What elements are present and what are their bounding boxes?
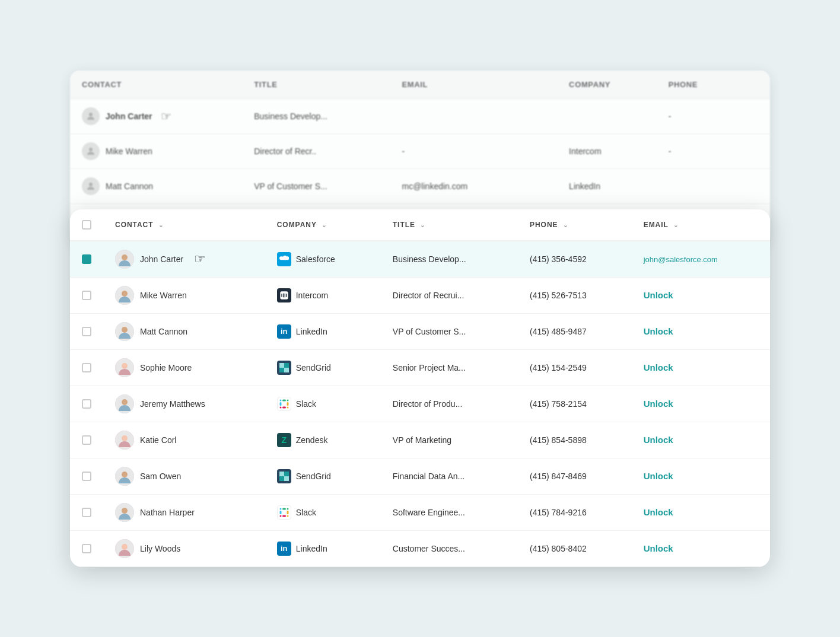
unlock-button[interactable]: Unlock [644,543,673,553]
bg-col-title: TITLE [242,71,390,99]
phone-cell: (415) 847-8469 [518,458,632,494]
table-row[interactable]: Jeremy Matthews Slack [70,386,770,422]
row-checkbox[interactable] [82,363,91,372]
title-sort-icon[interactable]: ⌄ [420,222,425,228]
svg-rect-45 [287,511,288,514]
unlock-button[interactable]: Unlock [644,290,673,300]
row-checkbox[interactable] [82,254,91,264]
company-cell: SendGrid [265,349,381,386]
title-value: VP of Customer S... [393,327,466,336]
avatar [115,503,134,522]
unlock-button[interactable]: Unlock [644,435,673,445]
phone-value: (415) 154-2549 [530,363,587,372]
unlock-button[interactable]: Unlock [644,399,673,409]
row-checkbox-cell [70,349,103,386]
select-all-col [70,209,103,241]
row-checkbox[interactable] [82,472,91,481]
contact-cell: Sophie Moore [103,349,265,386]
table-row[interactable]: Lily Woods in LinkedIn Customer Succes..… [70,530,770,566]
contact-cell: Katie Corl [103,422,265,458]
company-sort-icon[interactable]: ⌄ [322,222,327,228]
svg-rect-24 [279,399,281,401]
table-row[interactable]: Matt Cannon in LinkedIn VP of Customer S… [70,313,770,349]
contact-cell: Lily Woods [103,530,265,566]
table-row[interactable]: Nathan Harper Slack [70,494,770,530]
phone-cell: (415) 758-2154 [518,386,632,422]
table-row[interactable]: Katie Corl Z Zendesk VP of Marketing (41… [70,422,770,458]
phone-value: (415) 847-8469 [530,472,587,481]
foreground-table-container: CONTACT ⌄ COMPANY ⌄ TITLE ⌄ PHONE ⌄ EMAI… [70,209,770,567]
phone-cell: (415) 154-2549 [518,349,632,386]
slack-logo [277,397,291,411]
row-checkbox[interactable] [82,508,91,517]
intercom-logo [277,288,291,302]
col-title: TITLE ⌄ [381,209,518,241]
title-value: Director of Recrui... [393,291,464,300]
bg-col-email: EMAIL [390,71,558,99]
svg-point-16 [122,363,128,369]
svg-rect-19 [279,368,284,372]
company-name: Salesforce [296,254,335,264]
bg-avatar [82,142,100,160]
contact-cell: Nathan Harper [103,494,265,530]
company-cell: Z Zendesk [265,422,381,458]
col-email: EMAIL ⌄ [632,209,770,241]
row-checkbox-cell [70,313,103,349]
svg-rect-30 [279,406,281,408]
title-cell: Business Develop... [381,241,518,278]
company-name: Slack [296,508,316,517]
cursor-icon: ☞ [194,251,206,267]
row-checkbox-cell [70,386,103,422]
svg-rect-25 [282,399,286,401]
svg-point-7 [122,291,128,297]
bg-col-contact: CONTACT [70,71,242,99]
svg-rect-36 [284,472,289,476]
bg-phone-cell: - [657,98,770,133]
contact-name: Katie Corl [140,435,176,445]
phone-cell: (415) 805-8402 [518,530,632,566]
email-cell: Unlock [632,277,770,313]
svg-rect-27 [287,402,288,406]
col-phone: PHONE ⌄ [518,209,632,241]
row-checkbox[interactable] [82,399,91,409]
email-sort-icon[interactable]: ⌄ [673,222,679,228]
email-value[interactable]: john@salesforce.com [644,255,718,264]
avatar [115,250,134,269]
avatar [115,394,134,413]
contact-cell: Sam Owen [103,458,265,494]
contact-sort-icon[interactable]: ⌄ [158,222,164,228]
bg-avatar [82,177,100,195]
avatar [115,539,134,558]
unlock-button[interactable]: Unlock [644,507,673,517]
bg-phone-cell: - [657,133,770,168]
table-row[interactable]: Sam Owen SendGrid Financial Data An... (… [70,458,770,494]
svg-rect-37 [279,476,284,481]
unlock-button[interactable]: Unlock [644,471,673,481]
title-value: Software Enginee... [393,508,465,517]
svg-rect-46 [287,515,288,517]
unlock-button[interactable]: Unlock [644,326,673,336]
bg-company-cell [557,98,657,133]
table-row[interactable]: John Carter ☞ Salesforce Business Develo… [70,241,770,278]
select-all-checkbox[interactable] [82,220,91,230]
contact-name: Mike Warren [140,291,187,300]
company-cell: Salesforce [265,241,381,278]
row-checkbox[interactable] [82,435,91,445]
title-cell: Senior Project Ma... [381,349,518,386]
phone-sort-icon[interactable]: ⌄ [563,222,568,228]
company-name: SendGrid [296,472,331,481]
table-row[interactable]: Sophie Moore SendGrid Senior Project Ma.… [70,349,770,386]
svg-rect-17 [279,363,284,368]
bg-contact-cell: Matt Cannon [70,168,242,203]
row-checkbox[interactable] [82,544,91,553]
title-value: VP of Marketing [393,435,451,445]
row-checkbox[interactable] [82,327,91,336]
company-name: Intercom [296,291,328,300]
svg-point-34 [122,472,128,477]
phone-cell: (415) 784-9216 [518,494,632,530]
company-name: Zendesk [296,435,328,445]
table-row[interactable]: Mike Warren Intercom Director of Recrui.… [70,277,770,313]
unlock-button[interactable]: Unlock [644,362,673,372]
bg-contact-name: Mike Warren [106,146,152,156]
row-checkbox[interactable] [82,291,91,300]
